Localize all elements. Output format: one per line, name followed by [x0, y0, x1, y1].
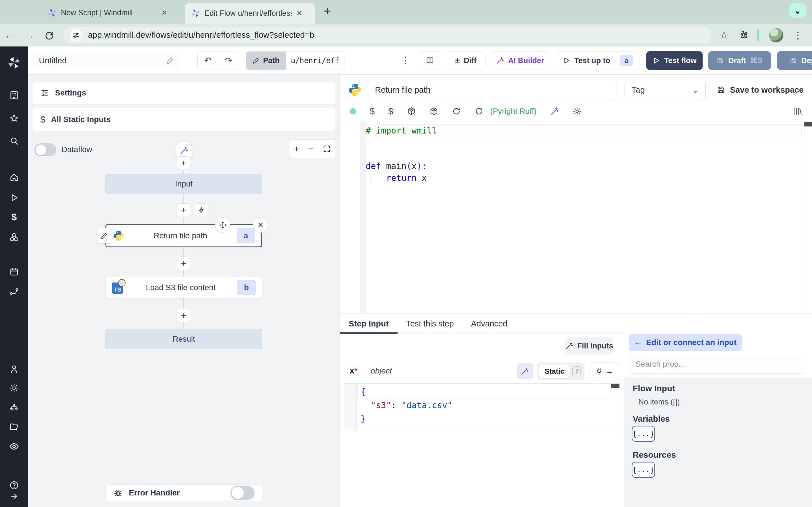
edit-or-connect-button[interactable]: ← Edit or connect an input — [629, 334, 742, 351]
favorites-star-icon[interactable] — [9, 114, 19, 123]
ai-wand-icon[interactable] — [550, 107, 559, 116]
back-icon[interactable]: ← — [0, 29, 20, 41]
windmill-logo[interactable] — [8, 57, 20, 69]
dataflow-label: Dataflow — [61, 145, 92, 154]
tab-search-button[interactable]: ⌄ — [790, 3, 806, 18]
resources-icon[interactable] — [9, 232, 19, 242]
collapse-arrow-icon[interactable] — [10, 492, 18, 501]
test-flow-button[interactable]: Test flow — [646, 51, 703, 70]
tab-close-icon[interactable]: ✕ — [161, 8, 167, 17]
edit-step-pencil-icon[interactable] — [97, 228, 112, 243]
browser-tab-active[interactable]: Edit Flow u/henri/effortless_fl ✕ — [185, 3, 315, 24]
flows-icon[interactable] — [9, 287, 19, 296]
tag-select[interactable]: Tag ⌄ — [624, 80, 706, 100]
test-up-to-step-badge[interactable]: a — [620, 55, 633, 66]
flow-result-node[interactable]: Result — [105, 329, 262, 349]
forward-icon[interactable]: → — [20, 29, 40, 41]
add-step-button[interactable]: + — [177, 257, 190, 270]
json-arg-editor[interactable]: { "s3": "data.csv" } — [345, 383, 620, 431]
avatar[interactable] — [769, 28, 783, 43]
variables-dollar-icon[interactable]: $ — [388, 106, 393, 117]
audit-eye-icon[interactable] — [9, 441, 19, 452]
folders-icon[interactable] — [9, 422, 19, 432]
delete-step-button[interactable]: ✕ — [253, 217, 268, 233]
step-node-b[interactable]: TS Load S3 file content b — [105, 277, 262, 298]
extensions-icon[interactable] — [738, 31, 748, 40]
bookmark-star-icon[interactable]: ☆ — [719, 29, 728, 41]
home-icon[interactable] — [9, 173, 19, 182]
url-field[interactable]: app.windmill.dev/flows/edit/u/henri/effo… — [63, 27, 712, 44]
variables-expand-button[interactable]: {...} — [632, 426, 655, 442]
connect-input-group[interactable]: → — [590, 362, 618, 380]
lint-assistants-label[interactable]: (Pyright Ruff) — [490, 107, 537, 116]
workspace-icon[interactable] — [9, 91, 19, 100]
diff-button[interactable]: ± Diff — [446, 51, 486, 70]
reset-icon[interactable] — [474, 107, 484, 116]
test-up-to-button[interactable]: Test up to a — [556, 51, 640, 70]
flow-input-node[interactable]: Input — [105, 174, 262, 194]
tab-close-icon[interactable]: ✕ — [296, 9, 303, 18]
browser-menu-icon[interactable]: ⋮ — [793, 30, 803, 41]
ai-robot-icon[interactable] — [9, 403, 19, 413]
save-to-workspace-button[interactable]: Save to workspace — [716, 80, 804, 100]
fill-inputs-button[interactable]: Fill inputs — [565, 337, 613, 354]
error-handler-row[interactable]: Error Handler — [105, 485, 262, 501]
add-trigger-button[interactable] — [195, 203, 208, 217]
editor-scrollbar-thumb[interactable] — [804, 122, 812, 126]
code-editor[interactable]: # import wmill def main(x): return x — [340, 121, 812, 314]
deploy-button[interactable]: Deploy — [777, 51, 812, 70]
static-inputs-icon[interactable]: $ — [370, 106, 375, 117]
step-title-field[interactable]: Return file path — [368, 80, 617, 100]
redo-button[interactable]: ↷ — [218, 52, 239, 69]
browser-tab-inactive[interactable]: New Script | Windmill ✕ — [48, 4, 181, 21]
settings-gear-icon[interactable] — [9, 383, 19, 393]
ai-fill-arg-button[interactable] — [517, 363, 533, 379]
tab-advanced[interactable]: Advanced — [462, 314, 516, 334]
draft-button[interactable]: Draft ⌘S — [708, 51, 771, 70]
library-icon[interactable] — [793, 107, 802, 116]
user-icon[interactable] — [9, 364, 19, 374]
help-icon[interactable] — [9, 480, 19, 490]
package-icon[interactable] — [429, 107, 439, 116]
flow-settings-button[interactable]: Settings — [32, 81, 336, 105]
zoom-in-button[interactable]: + — [294, 144, 299, 154]
move-step-handle[interactable] — [215, 217, 231, 233]
add-step-button-top[interactable]: + — [177, 156, 190, 170]
reload-icon[interactable] — [40, 29, 59, 41]
code-line-4: def main(x): — [366, 160, 427, 172]
package-icon[interactable] — [407, 107, 416, 116]
schedules-icon[interactable] — [9, 267, 19, 277]
new-tab-button[interactable]: + — [324, 4, 331, 18]
zoom-out-button[interactable]: − — [308, 144, 314, 154]
docs-button[interactable] — [419, 51, 441, 70]
json-scrollbar-thumb[interactable] — [611, 384, 619, 388]
fullscreen-icon[interactable] — [322, 145, 331, 153]
search-icon[interactable] — [9, 136, 19, 146]
dataflow-toggle[interactable] — [35, 144, 56, 156]
javascript-expr-button[interactable]: f — [572, 367, 581, 376]
ai-builder-button[interactable]: AI Builder — [491, 51, 549, 70]
add-step-button[interactable]: + — [177, 309, 190, 322]
site-settings-icon[interactable] — [70, 29, 82, 41]
add-step-button[interactable]: + — [177, 203, 190, 217]
reload-icon[interactable] — [452, 107, 461, 116]
flow-name-field[interactable]: Untitled — [33, 51, 180, 70]
step-node-a[interactable]: Return file path a ✕ — [105, 224, 262, 247]
arg-type: object — [371, 367, 392, 376]
sidebar-divider — [0, 158, 28, 158]
undo-button[interactable]: ↶ — [198, 52, 218, 69]
all-static-inputs-button[interactable]: $ All Static Inputs — [32, 108, 336, 131]
tab-test-this-step[interactable]: Test this step — [398, 314, 462, 334]
variables-icon[interactable]: $ — [11, 212, 17, 223]
path-button[interactable]: Path — [246, 52, 286, 69]
edit-pencil-icon[interactable] — [166, 56, 174, 65]
editor-settings-gear-icon[interactable] — [573, 107, 581, 116]
runs-icon[interactable] — [10, 193, 18, 202]
static-mode-button[interactable]: Static — [539, 364, 569, 378]
search-prop-input[interactable]: Search prop... — [629, 355, 804, 374]
resources-expand-button[interactable]: {...} — [632, 462, 655, 478]
path-value-field[interactable]: u/henri/eff — [286, 52, 345, 69]
more-menu-icon[interactable]: ⋮ — [401, 54, 410, 66]
tab-step-input[interactable]: Step Input — [340, 314, 398, 334]
error-handler-toggle[interactable] — [231, 486, 255, 500]
